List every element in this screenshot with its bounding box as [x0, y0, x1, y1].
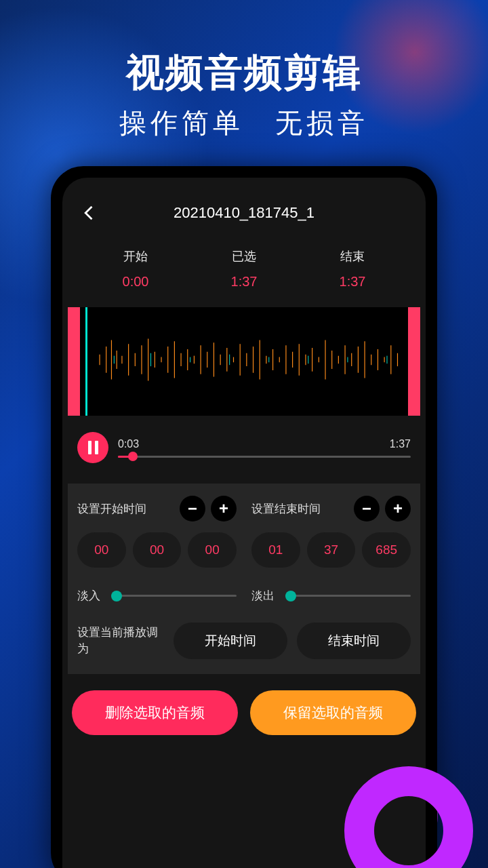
top-bar: 20210410_181745_1: [62, 178, 426, 233]
keep-selection-button[interactable]: 保留选取的音频: [250, 690, 416, 735]
fade-out-slider[interactable]: [285, 595, 411, 597]
fade-in-label: 淡入: [77, 588, 104, 604]
start-minutes-chip[interactable]: 00: [77, 532, 126, 568]
promo-title: 视频音频剪辑: [0, 47, 488, 99]
file-title: 20210410_181745_1: [75, 204, 413, 222]
fade-in-slider[interactable]: [111, 595, 237, 597]
end-time-label: 设置结束时间: [251, 501, 348, 517]
fade-in-group: 淡入: [77, 588, 237, 604]
start-seconds-chip[interactable]: 00: [133, 532, 182, 568]
end-seconds-chip[interactable]: 37: [307, 532, 356, 568]
player-current-time: 0:03: [118, 438, 139, 450]
player-total-time: 1:37: [390, 438, 411, 450]
pause-button[interactable]: [77, 432, 108, 463]
fade-out-label: 淡出: [251, 588, 279, 604]
device-frame: 20210410_181745_1 开始0:00 已选1:37 结束1:37: [51, 166, 437, 868]
waveform-editor[interactable]: [68, 307, 420, 416]
seek-bar[interactable]: [118, 456, 411, 458]
selected-value: 1:37: [231, 274, 258, 290]
delete-selection-button[interactable]: 删除选取的音频: [72, 690, 238, 735]
player-bar: 0:03 1:37: [62, 416, 426, 470]
waveform[interactable]: [80, 307, 408, 416]
start-minus-button[interactable]: −: [180, 496, 205, 521]
promo-subtitle: 操作简单 无损音: [0, 104, 488, 142]
start-value: 0:00: [123, 274, 149, 290]
waveform-graphic: [80, 307, 408, 412]
end-time-group: 设置结束时间 − + 01 37 685: [251, 496, 411, 568]
end-minutes-chip[interactable]: 01: [251, 532, 300, 568]
fade-in-thumb[interactable]: [111, 591, 122, 601]
set-end-from-playhead-button[interactable]: 结束时间: [297, 623, 411, 659]
trim-start-handle[interactable]: [68, 307, 80, 416]
start-time-group: 设置开始时间 − + 00 00 00: [77, 496, 237, 568]
seek-thumb[interactable]: [128, 452, 138, 461]
time-summary: 开始0:00 已选1:37 结束1:37: [62, 248, 426, 290]
app-screen: 20210410_181745_1 开始0:00 已选1:37 结束1:37: [62, 178, 426, 868]
start-time-label: 设置开始时间: [77, 501, 174, 517]
set-position-label: 设置当前播放调为: [77, 625, 164, 657]
end-plus-button[interactable]: +: [385, 496, 411, 521]
fade-out-group: 淡出: [251, 588, 411, 604]
action-bar: 删除选取的音频 保留选取的音频: [62, 674, 426, 735]
set-start-from-playhead-button[interactable]: 开始时间: [174, 623, 287, 659]
settings-panel: 设置开始时间 − + 00 00 00 设置结束时间 − +: [68, 484, 420, 674]
selected-label: 已选: [231, 248, 258, 264]
end-label: 结束: [340, 248, 366, 264]
end-minus-button[interactable]: −: [354, 496, 380, 521]
start-millis-chip[interactable]: 00: [188, 532, 237, 568]
end-value: 1:37: [340, 274, 366, 290]
fade-out-thumb[interactable]: [285, 591, 296, 601]
pause-icon: [88, 441, 98, 454]
end-millis-chip[interactable]: 685: [362, 532, 411, 568]
start-label: 开始: [123, 248, 149, 264]
start-plus-button[interactable]: +: [211, 496, 237, 521]
trim-end-handle[interactable]: [408, 307, 420, 416]
